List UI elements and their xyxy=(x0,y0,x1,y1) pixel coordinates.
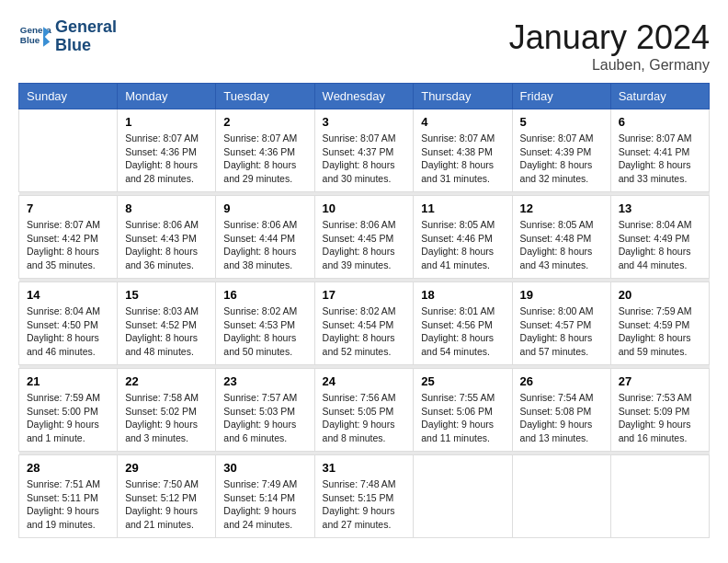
calendar-week-row: 7Sunrise: 8:07 AMSunset: 4:42 PMDaylight… xyxy=(19,196,710,279)
day-detail: Sunrise: 7:53 AMSunset: 5:09 PMDaylight:… xyxy=(619,391,701,445)
calendar-cell xyxy=(19,109,118,192)
day-number: 13 xyxy=(619,201,701,215)
svg-text:Blue: Blue xyxy=(20,35,40,45)
calendar-cell: 23Sunrise: 7:57 AMSunset: 5:03 PMDayligh… xyxy=(216,369,314,452)
day-detail: Sunrise: 7:57 AMSunset: 5:03 PMDaylight:… xyxy=(223,391,306,445)
day-detail: Sunrise: 8:06 AMSunset: 4:44 PMDaylight:… xyxy=(223,218,306,272)
calendar-week-row: 14Sunrise: 8:04 AMSunset: 4:50 PMDayligh… xyxy=(19,282,710,365)
day-number: 8 xyxy=(125,201,208,215)
day-detail: Sunrise: 7:49 AMSunset: 5:14 PMDaylight:… xyxy=(223,477,306,532)
day-detail: Sunrise: 8:07 AMSunset: 4:39 PMDaylight:… xyxy=(520,132,603,186)
day-number: 31 xyxy=(323,461,406,475)
calendar-cell: 13Sunrise: 8:04 AMSunset: 4:49 PMDayligh… xyxy=(610,196,709,279)
day-detail: Sunrise: 8:02 AMSunset: 4:54 PMDaylight:… xyxy=(323,304,406,359)
day-detail: Sunrise: 7:48 AMSunset: 5:15 PMDaylight:… xyxy=(323,477,406,532)
day-detail: Sunrise: 7:56 AMSunset: 5:05 PMDaylight:… xyxy=(323,391,406,445)
day-detail: Sunrise: 8:04 AMSunset: 4:49 PMDaylight:… xyxy=(619,218,701,272)
page-header: General Blue General Blue January 2024 L… xyxy=(18,18,710,74)
day-number: 3 xyxy=(323,115,406,129)
calendar-cell: 4Sunrise: 8:07 AMSunset: 4:38 PMDaylight… xyxy=(414,109,512,192)
calendar-cell: 24Sunrise: 7:56 AMSunset: 5:05 PMDayligh… xyxy=(314,369,414,452)
calendar-cell: 28Sunrise: 7:51 AMSunset: 5:11 PMDayligh… xyxy=(19,455,118,538)
day-number: 5 xyxy=(520,115,603,129)
day-detail: Sunrise: 8:07 AMSunset: 4:41 PMDaylight:… xyxy=(619,132,701,186)
day-detail: Sunrise: 8:04 AMSunset: 4:50 PMDaylight:… xyxy=(27,304,109,359)
day-number: 10 xyxy=(323,201,406,215)
day-detail: Sunrise: 8:07 AMSunset: 4:36 PMDaylight:… xyxy=(125,132,208,186)
day-number: 21 xyxy=(27,374,109,388)
day-detail: Sunrise: 8:05 AMSunset: 4:48 PMDaylight:… xyxy=(520,218,603,272)
calendar-cell: 19Sunrise: 8:00 AMSunset: 4:57 PMDayligh… xyxy=(512,282,610,365)
day-detail: Sunrise: 8:01 AMSunset: 4:56 PMDaylight:… xyxy=(421,304,504,359)
calendar-cell: 9Sunrise: 8:06 AMSunset: 4:44 PMDaylight… xyxy=(216,196,314,279)
logo-text-line1: General xyxy=(55,18,117,37)
day-number: 6 xyxy=(619,115,701,129)
day-number: 11 xyxy=(421,201,504,215)
calendar-cell: 29Sunrise: 7:50 AMSunset: 5:12 PMDayligh… xyxy=(118,455,216,538)
weekday-header-saturday: Saturday xyxy=(610,84,709,109)
calendar-cell: 7Sunrise: 8:07 AMSunset: 4:42 PMDaylight… xyxy=(19,196,118,279)
day-number: 1 xyxy=(125,115,208,129)
calendar-cell xyxy=(610,455,709,538)
logo: General Blue General Blue xyxy=(18,18,117,55)
calendar-cell: 2Sunrise: 8:07 AMSunset: 4:36 PMDaylight… xyxy=(216,109,314,192)
calendar-cell: 27Sunrise: 7:53 AMSunset: 5:09 PMDayligh… xyxy=(610,369,709,452)
day-detail: Sunrise: 8:03 AMSunset: 4:52 PMDaylight:… xyxy=(125,304,208,359)
day-number: 9 xyxy=(223,201,306,215)
calendar-cell: 20Sunrise: 7:59 AMSunset: 4:59 PMDayligh… xyxy=(610,282,709,365)
calendar-cell xyxy=(414,455,512,538)
day-detail: Sunrise: 7:50 AMSunset: 5:12 PMDaylight:… xyxy=(125,477,208,532)
calendar-week-row: 1Sunrise: 8:07 AMSunset: 4:36 PMDaylight… xyxy=(19,109,710,192)
calendar-table: SundayMondayTuesdayWednesdayThursdayFrid… xyxy=(18,83,710,538)
day-detail: Sunrise: 8:07 AMSunset: 4:42 PMDaylight:… xyxy=(27,218,109,272)
day-detail: Sunrise: 8:07 AMSunset: 4:36 PMDaylight:… xyxy=(223,132,306,186)
day-detail: Sunrise: 8:07 AMSunset: 4:38 PMDaylight:… xyxy=(421,132,504,186)
calendar-cell: 26Sunrise: 7:54 AMSunset: 5:08 PMDayligh… xyxy=(512,369,610,452)
calendar-cell: 14Sunrise: 8:04 AMSunset: 4:50 PMDayligh… xyxy=(19,282,118,365)
title-block: January 2024 Lauben, Germany xyxy=(509,18,710,74)
day-number: 24 xyxy=(323,374,406,388)
day-detail: Sunrise: 7:59 AMSunset: 4:59 PMDaylight:… xyxy=(619,304,701,359)
weekday-header-row: SundayMondayTuesdayWednesdayThursdayFrid… xyxy=(19,84,710,109)
calendar-cell: 6Sunrise: 8:07 AMSunset: 4:41 PMDaylight… xyxy=(610,109,709,192)
calendar-cell: 30Sunrise: 7:49 AMSunset: 5:14 PMDayligh… xyxy=(216,455,314,538)
calendar-cell: 8Sunrise: 8:06 AMSunset: 4:43 PMDaylight… xyxy=(118,196,216,279)
weekday-header-thursday: Thursday xyxy=(414,84,512,109)
day-number: 2 xyxy=(223,115,306,129)
day-detail: Sunrise: 7:51 AMSunset: 5:11 PMDaylight:… xyxy=(27,477,109,532)
day-detail: Sunrise: 8:05 AMSunset: 4:46 PMDaylight:… xyxy=(421,218,504,272)
day-number: 19 xyxy=(520,288,603,302)
day-number: 23 xyxy=(223,374,306,388)
calendar-cell: 11Sunrise: 8:05 AMSunset: 4:46 PMDayligh… xyxy=(414,196,512,279)
day-detail: Sunrise: 8:07 AMSunset: 4:37 PMDaylight:… xyxy=(323,132,406,186)
logo-text-line2: Blue xyxy=(55,37,117,55)
calendar-cell: 12Sunrise: 8:05 AMSunset: 4:48 PMDayligh… xyxy=(512,196,610,279)
day-number: 16 xyxy=(223,288,306,302)
weekday-header-sunday: Sunday xyxy=(19,84,118,109)
day-detail: Sunrise: 8:00 AMSunset: 4:57 PMDaylight:… xyxy=(520,304,603,359)
day-number: 14 xyxy=(27,288,109,302)
calendar-cell xyxy=(512,455,610,538)
day-detail: Sunrise: 8:02 AMSunset: 4:53 PMDaylight:… xyxy=(223,304,306,359)
calendar-cell: 5Sunrise: 8:07 AMSunset: 4:39 PMDaylight… xyxy=(512,109,610,192)
day-number: 27 xyxy=(619,374,701,388)
day-number: 4 xyxy=(421,115,504,129)
day-number: 12 xyxy=(520,201,603,215)
day-detail: Sunrise: 8:06 AMSunset: 4:45 PMDaylight:… xyxy=(323,218,406,272)
calendar-week-row: 28Sunrise: 7:51 AMSunset: 5:11 PMDayligh… xyxy=(19,455,710,538)
weekday-header-wednesday: Wednesday xyxy=(314,84,414,109)
day-detail: Sunrise: 7:58 AMSunset: 5:02 PMDaylight:… xyxy=(125,391,208,445)
day-number: 26 xyxy=(520,374,603,388)
day-number: 25 xyxy=(421,374,504,388)
calendar-cell: 25Sunrise: 7:55 AMSunset: 5:06 PMDayligh… xyxy=(414,369,512,452)
location: Lauben, Germany xyxy=(509,57,710,74)
calendar-cell: 15Sunrise: 8:03 AMSunset: 4:52 PMDayligh… xyxy=(118,282,216,365)
day-detail: Sunrise: 7:59 AMSunset: 5:00 PMDaylight:… xyxy=(27,391,109,445)
calendar-week-row: 21Sunrise: 7:59 AMSunset: 5:00 PMDayligh… xyxy=(19,369,710,452)
day-number: 30 xyxy=(223,461,306,475)
day-number: 7 xyxy=(27,201,109,215)
day-number: 22 xyxy=(125,374,208,388)
calendar-cell: 31Sunrise: 7:48 AMSunset: 5:15 PMDayligh… xyxy=(314,455,414,538)
day-detail: Sunrise: 7:55 AMSunset: 5:06 PMDaylight:… xyxy=(421,391,504,445)
weekday-header-monday: Monday xyxy=(118,84,216,109)
